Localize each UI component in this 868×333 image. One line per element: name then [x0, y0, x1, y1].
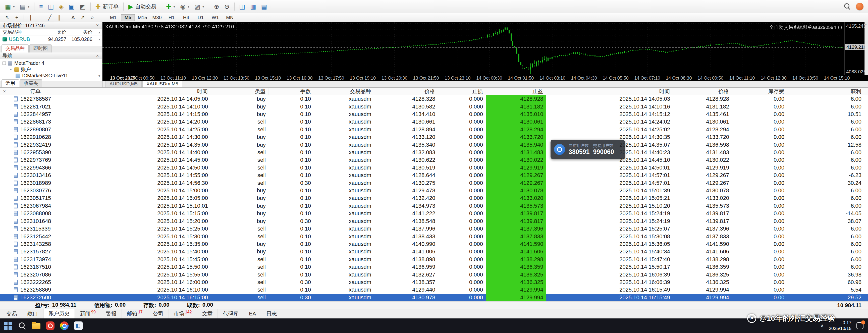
zoom-out-button[interactable]: ⊖	[222, 1, 232, 12]
zoom-in-button[interactable]: ⊕	[212, 1, 222, 12]
strategy-tester-button[interactable]: ◩	[77, 1, 88, 12]
column-ask[interactable]: 买价	[66, 29, 92, 35]
chevron-up-icon[interactable]	[92, 30, 102, 34]
timeframe-M30[interactable]: M30	[150, 14, 164, 21]
column-symbol[interactable]: 交易品种	[0, 29, 41, 35]
new-order-button[interactable]: ✚新订单	[93, 1, 121, 12]
timeframe-M15[interactable]: M15	[135, 14, 149, 21]
chevron-down-icon[interactable]	[92, 37, 102, 41]
column-header-11[interactable]: 获利	[787, 88, 868, 95]
timeframe-H4[interactable]: H4	[179, 14, 193, 21]
symbol-row-usdrub[interactable]: USDRUB 94.8257 105.0286	[0, 35, 102, 43]
chevron-down-icon[interactable]	[98, 74, 102, 78]
chrome-taskbar-icon[interactable]	[58, 319, 71, 332]
history-row[interactable]: 16230517152025.10.14 15:05:00buy0.10xauu…	[0, 194, 868, 202]
terminal-tab-market[interactable]: 市场142	[169, 309, 197, 319]
navigator-toggle-button[interactable]: ◈	[57, 1, 66, 12]
column-header-10[interactable]: 库存费	[732, 88, 787, 95]
timeframe-M5[interactable]: M5	[121, 14, 135, 21]
history-row[interactable]: 16231432582025.10.14 15:35:00buy0.10xauu…	[0, 240, 868, 248]
close-icon[interactable]	[3, 89, 6, 94]
collapse-icon[interactable]	[2, 62, 6, 65]
terminal-tab-ea[interactable]: EA	[244, 309, 261, 319]
market-watch-toggle-button[interactable]: ≡	[37, 1, 45, 12]
history-row[interactable]: 16231739742025.10.14 15:45:00sell0.10xau…	[0, 256, 868, 263]
history-row[interactable]: 16230880082025.10.14 15:15:00buy0.10xauu…	[0, 210, 868, 217]
trendline-tool[interactable]: ╱	[45, 14, 55, 21]
terminal-tab-trade[interactable]: 交易	[1, 309, 22, 319]
candlestick-canvas[interactable]	[102, 22, 844, 75]
data-window-toggle-button[interactable]: ◫	[45, 1, 57, 12]
text-label-tool[interactable]: A	[68, 14, 78, 21]
profiles-button[interactable]: ▤▾	[17, 1, 32, 12]
terminal-tab-news[interactable]: 新闻99	[75, 309, 101, 319]
cascade-windows-button[interactable]: ▤	[259, 1, 270, 12]
redapp-taskbar-icon[interactable]	[44, 319, 57, 332]
shape-ellipse-tool[interactable]: ○	[87, 14, 97, 21]
history-row[interactable]: 16232222652025.10.14 16:00:00sell0.30xau…	[0, 278, 868, 286]
chart-tab-audusd[interactable]: AUDUSD,M5	[105, 80, 142, 87]
timeframe-M1[interactable]: M1	[106, 14, 120, 21]
history-row[interactable]: 16231016482025.10.14 15:20:00buy0.30xauu…	[0, 217, 868, 225]
tab-tick-chart[interactable]: 即时图	[29, 44, 52, 53]
arrow-object-tool[interactable]: ↗	[78, 14, 87, 21]
timeframe-H1[interactable]: H1	[164, 14, 179, 21]
column-header-1[interactable]: 时间	[108, 88, 211, 95]
tree-item-metatrader4[interactable]: MetaTrader 4	[0, 60, 102, 66]
history-row[interactable]: 16228908072025.10.14 14:25:00sell0.10xau…	[0, 126, 868, 133]
start-taskbar-icon[interactable]	[1, 319, 14, 332]
history-row[interactable]: 16228681732025.10.14 14:20:00sell0.10xau…	[0, 118, 868, 126]
terminal-tab-company[interactable]: 公司	[148, 309, 169, 319]
history-row[interactable]: 16227885872025.10.14 14:05:00buy0.10xauu…	[0, 95, 868, 103]
history-row[interactable]: 16230134162025.10.14 14:55:00sell0.10xau…	[0, 172, 868, 179]
column-header-6[interactable]: 止损	[438, 88, 486, 95]
chart-tab-xauusdm[interactable]: XAUUSDm,M5	[143, 80, 182, 87]
terminal-tab-journal[interactable]: 日志	[261, 309, 282, 319]
close-icon[interactable]	[95, 23, 100, 28]
history-row[interactable]: 16231153392025.10.14 15:25:00sell0.10xau…	[0, 225, 868, 233]
terminal-tab-alerts[interactable]: 警报	[101, 309, 122, 319]
indicators-button[interactable]: ✚▾	[163, 1, 178, 12]
close-icon[interactable]	[95, 53, 100, 59]
cursor-tool[interactable]: ↖	[2, 14, 12, 21]
tab-favorites[interactable]: 收藏夹	[20, 79, 42, 87]
column-header-8[interactable]: 时间	[546, 88, 673, 95]
lightapp-taskbar-icon[interactable]	[72, 319, 85, 332]
autotrading-button[interactable]: ▶自动交易	[126, 1, 159, 12]
tray-chevron-icon[interactable]	[820, 323, 824, 329]
collapse-icon[interactable]	[9, 68, 12, 71]
tile-horizontal-button[interactable]: ▥	[248, 1, 259, 12]
time-axis[interactable]: 13 Oct 202513 Oct 09:5013 Oct 11:1013 Oc…	[102, 75, 868, 81]
price-axis[interactable]: 4165.2454088.0254129.210	[844, 22, 865, 75]
history-row[interactable]: 16232588692025.10.14 16:10:00sell0.10xau…	[0, 286, 868, 294]
column-header-3[interactable]: 手数	[269, 88, 314, 95]
history-row[interactable]: 16229943662025.10.14 14:50:00sell0.10xau…	[0, 164, 868, 172]
history-row[interactable]: 16231875102025.10.14 15:50:00sell0.10xau…	[0, 263, 868, 271]
column-bid[interactable]: 卖价	[41, 29, 66, 35]
column-header-7[interactable]: 止盈	[486, 88, 546, 95]
history-row[interactable]: 16229106282025.10.14 14:30:00buy0.10xauu…	[0, 133, 868, 141]
history-row[interactable]: 16228449572025.10.14 14:15:00buy0.10xauu…	[0, 111, 868, 118]
tab-common[interactable]: 常用	[1, 79, 19, 87]
channel-tool[interactable]: ∥	[55, 14, 64, 21]
terminal-tab-mailbox[interactable]: 邮箱17	[122, 309, 148, 319]
column-header-9[interactable]: 价格	[673, 88, 732, 95]
periods-menu-button[interactable]: ◉▾	[178, 1, 192, 12]
templates-button[interactable]: ▨▾	[192, 1, 207, 12]
vertical-line-tool[interactable]: ∣	[26, 14, 35, 21]
tab-symbols[interactable]: 交易品种	[1, 44, 29, 53]
column-header-0[interactable]: 订单	[0, 88, 108, 95]
history-row[interactable]: 16231578272025.10.14 15:40:00buy0.10xauu…	[0, 248, 868, 255]
horizontal-line-tool[interactable]: —	[35, 14, 45, 21]
tree-item-accounts[interactable]: 账户	[0, 66, 102, 72]
terminal-tab-articles[interactable]: 文章	[197, 309, 218, 319]
history-row[interactable]: 16232070862025.10.14 15:55:00sell0.10xau…	[0, 271, 868, 278]
history-row[interactable]: 16232726002025.10.14 16:15:00sell0.30xau…	[0, 294, 868, 301]
crosshair-tool[interactable]: +	[12, 14, 22, 21]
terminal-toggle-button[interactable]: ▣	[66, 1, 78, 12]
recorder-badge-icon[interactable]	[856, 3, 864, 10]
search-icon[interactable]	[844, 3, 851, 10]
explorer-taskbar-icon[interactable]	[30, 319, 43, 332]
terminal-tab-exposure[interactable]: 敞口	[22, 309, 43, 319]
chart-scrollbar[interactable]	[865, 22, 868, 75]
